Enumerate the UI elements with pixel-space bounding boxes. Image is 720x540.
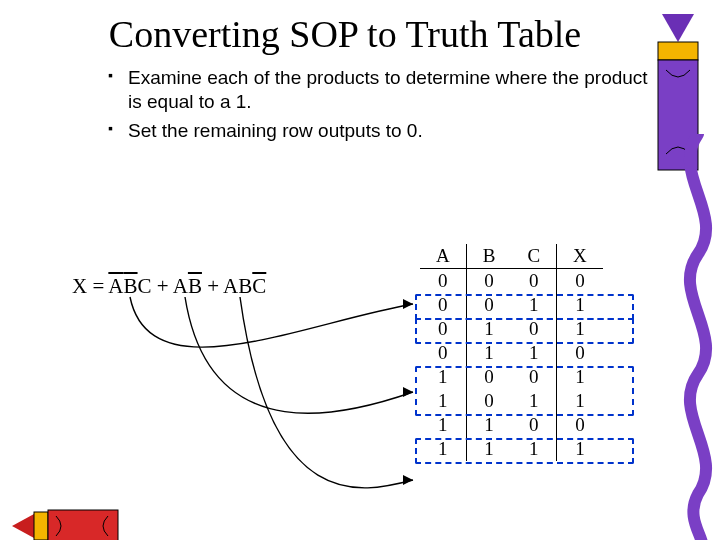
table-row: 0110 xyxy=(420,341,603,365)
table-cell: 0 xyxy=(420,341,466,365)
th-x: X xyxy=(557,244,603,269)
highlight-row-7 xyxy=(415,438,634,464)
table-row: 1100 xyxy=(420,413,603,437)
table-cell: 0 xyxy=(557,341,603,365)
svg-marker-2 xyxy=(403,475,413,485)
highlight-rows-45 xyxy=(415,366,634,416)
svg-rect-4 xyxy=(658,42,698,60)
table-cell: 1 xyxy=(466,341,511,365)
slide: Converting SOP to Truth Table Examine ea… xyxy=(0,14,720,540)
th-c: C xyxy=(511,244,556,269)
table-cell: 1 xyxy=(466,413,511,437)
table-cell: 0 xyxy=(420,269,466,294)
svg-marker-3 xyxy=(662,14,694,42)
svg-marker-1 xyxy=(403,387,413,397)
table-cell: 0 xyxy=(466,269,511,294)
table-cell: 0 xyxy=(557,413,603,437)
svg-rect-7 xyxy=(34,512,48,540)
svg-marker-6 xyxy=(12,514,34,538)
th-b: B xyxy=(466,244,511,269)
table-cell: 0 xyxy=(557,269,603,294)
highlight-row-2 xyxy=(415,318,634,344)
svg-marker-0 xyxy=(403,299,413,309)
table-cell: 1 xyxy=(420,413,466,437)
truth-table: A B C X 00000011010101101001101111001111 xyxy=(420,244,603,461)
table-cell: 0 xyxy=(511,269,556,294)
crayon-icon xyxy=(12,486,122,540)
th-a: A xyxy=(420,244,466,269)
squiggle-icon xyxy=(676,134,720,540)
table-row: 0000 xyxy=(420,269,603,294)
table-cell: 1 xyxy=(511,341,556,365)
table-cell: 0 xyxy=(511,413,556,437)
highlight-row-1 xyxy=(415,294,634,320)
